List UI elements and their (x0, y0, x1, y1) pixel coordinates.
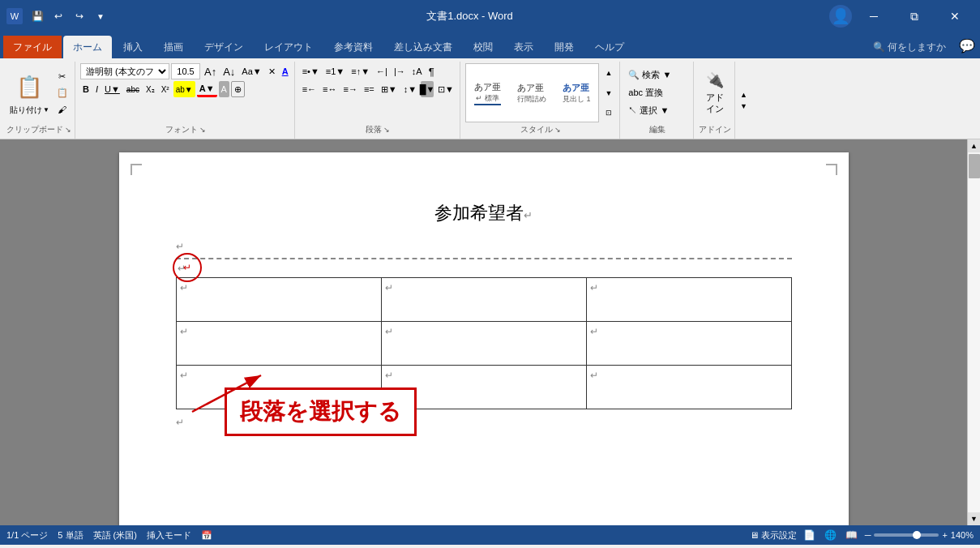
scroll-down-button[interactable]: ▼ (968, 512, 981, 525)
italic-button[interactable]: I (93, 81, 101, 97)
sort-button[interactable]: ↕A (409, 63, 425, 79)
decrease-indent-button[interactable]: ←| (374, 63, 390, 79)
bullets-button[interactable]: ≡•▼ (300, 63, 322, 79)
paste-label[interactable]: 貼り付け ▼ (10, 105, 49, 116)
center-button[interactable]: ≡↔ (320, 81, 339, 97)
format-painter-button[interactable]: 🖌 (54, 101, 71, 117)
tab-home[interactable]: ホーム (63, 36, 112, 58)
paste-button[interactable]: 📋 貼り付け ▼ (6, 69, 53, 118)
scroll-up-button[interactable]: ▲ (968, 139, 981, 152)
close-button[interactable]: ✕ (936, 0, 974, 32)
profile-icon[interactable]: 👤 (829, 5, 852, 28)
tab-references[interactable]: 参考資料 (324, 36, 383, 58)
align-right-button[interactable]: ≡→ (340, 81, 359, 97)
increase-indent-button[interactable]: |→ (392, 63, 408, 79)
table-cell[interactable]: ↵ (176, 322, 381, 366)
font-extra-button[interactable]: ⊕ (231, 81, 245, 97)
cut-button[interactable]: ✂ (54, 69, 71, 84)
search-box[interactable]: 🔍 何をしますか (863, 36, 956, 58)
font-color-button[interactable]: A▼ (197, 81, 217, 97)
style-no-spacing[interactable]: あア亜 行間詰め (511, 79, 553, 108)
view-web-button[interactable]: 🌐 (823, 527, 839, 543)
tab-review[interactable]: 校閲 (464, 36, 503, 58)
undo-button[interactable]: ↩ (49, 6, 68, 26)
tab-mailings[interactable]: 差し込み文書 (384, 36, 462, 58)
ribbon-group-paragraph: ≡•▼ ≡1▼ ≡↑▼ ←| |→ ↕A ¶ ≡← ≡↔ ≡→ ≡= ⊞▼ ↕▼… (297, 62, 460, 139)
increase-font-button[interactable]: A↑ (202, 63, 219, 79)
columns-button[interactable]: ⊞▼ (379, 81, 400, 97)
align-left-button[interactable]: ≡← (300, 81, 319, 97)
multilevel-button[interactable]: ≡↑▼ (349, 63, 372, 79)
borders-button[interactable]: ⊡▼ (435, 81, 456, 97)
underline-button[interactable]: U▼ (102, 81, 122, 97)
style-standard[interactable]: あア亜 ↵ 標準 (468, 78, 507, 109)
view-print-button[interactable]: 📄 (802, 527, 818, 543)
tab-layout[interactable]: レイアウト (255, 36, 323, 58)
zoom-level[interactable]: 140% (951, 530, 974, 540)
addin-button[interactable]: 🔌 アドイン (702, 70, 728, 117)
change-case-button[interactable]: Aa▼ (239, 63, 263, 79)
table-cell[interactable]: ↵ (586, 366, 791, 409)
tab-design[interactable]: デザイン (195, 36, 253, 58)
vertical-scrollbar[interactable]: ▲ ▼ (967, 139, 980, 525)
save-button[interactable]: 💾 (28, 6, 47, 26)
zoom-minus-icon[interactable]: ─ (865, 530, 871, 540)
copy-button[interactable]: 📋 (54, 85, 71, 101)
styles-more[interactable]: ⊡ (602, 105, 614, 121)
tab-draw[interactable]: 描画 (154, 36, 193, 58)
scroll-track[interactable] (968, 152, 980, 512)
tab-dev[interactable]: 開発 (545, 36, 584, 58)
language[interactable]: 英語 (米国) (93, 529, 137, 542)
replace-button[interactable]: abc 置換 (625, 85, 690, 101)
text-shading-button[interactable]: A (219, 81, 229, 97)
table-cell[interactable]: ↵ (586, 322, 791, 366)
tab-help[interactable]: ヘルプ (585, 36, 634, 58)
superscript-button[interactable]: X² (159, 81, 172, 97)
page-info[interactable]: 1/1 ページ (6, 529, 48, 542)
calendar-icon[interactable]: 📅 (201, 530, 212, 541)
shading-button[interactable]: █▼ (421, 81, 434, 97)
table-cell[interactable]: ↵ (381, 322, 586, 366)
table-cell[interactable]: ↵ (381, 278, 586, 322)
strikethrough-button[interactable]: abc (124, 81, 142, 97)
numbering-button[interactable]: ≡1▼ (323, 63, 347, 79)
display-settings[interactable]: 🖥 表示設定 (750, 529, 797, 542)
input-mode[interactable]: 挿入モード (147, 529, 191, 542)
zoom-control[interactable]: ─ + 140% (865, 530, 974, 540)
decrease-font-button[interactable]: A↓ (220, 63, 238, 79)
find-button[interactable]: 🔍 検索 ▼ (625, 67, 690, 83)
clear-format-button[interactable]: ✕ (266, 63, 278, 79)
tab-file[interactable]: ファイル (3, 36, 62, 58)
comments-icon[interactable]: 💬 (957, 36, 977, 55)
zoom-plus-icon[interactable]: + (942, 530, 947, 540)
table-cell[interactable]: ↵ (586, 278, 791, 322)
style-heading1[interactable]: あア亜 見出し 1 (556, 79, 597, 108)
redo-button[interactable]: ↪ (70, 6, 89, 26)
styles-gallery[interactable]: あア亜 ↵ 標準 あア亜 行間詰め あア亜 見出し 1 (465, 63, 600, 122)
bold-button[interactable]: B (80, 81, 92, 97)
tab-insert[interactable]: 挿入 (113, 36, 152, 58)
word-count[interactable]: 5 単語 (58, 529, 83, 542)
justify-button[interactable]: ≡= (362, 81, 377, 97)
line-spacing-button[interactable]: ↕▼ (401, 81, 419, 97)
zoom-slider[interactable] (874, 533, 939, 537)
text-highlight-button[interactable]: ab▼ (173, 81, 195, 97)
text-effect-button[interactable]: A (280, 63, 291, 79)
quick-access-more[interactable]: ▼ (91, 6, 110, 26)
show-marks-button[interactable]: ¶ (426, 63, 437, 79)
tab-view[interactable]: 表示 (504, 36, 543, 58)
font-size-input[interactable] (171, 63, 200, 79)
subscript-button[interactable]: X₂ (143, 81, 157, 97)
table-cell[interactable]: ↵ (176, 278, 381, 322)
font-name-select[interactable]: 游明朝 (本文のフォ... (80, 63, 169, 79)
ribbon-scroll-down[interactable]: ▼ (740, 102, 747, 110)
styles-scroll-up[interactable]: ▲ (602, 65, 614, 81)
restore-button[interactable]: ⧉ (896, 0, 933, 32)
document-scroll[interactable]: 参加希望者↵ ↵ ↵ ↵ ↵ ↵ ↵ ↵ (0, 139, 967, 525)
select-button[interactable]: ↖ 選択 ▼ (625, 103, 690, 119)
view-read-button[interactable]: 📖 (844, 527, 860, 543)
styles-scroll-down[interactable]: ▼ (602, 85, 614, 101)
scroll-thumb[interactable] (969, 154, 980, 178)
ribbon-scroll-up[interactable]: ▲ (740, 91, 747, 99)
minimize-button[interactable]: ─ (855, 0, 892, 32)
